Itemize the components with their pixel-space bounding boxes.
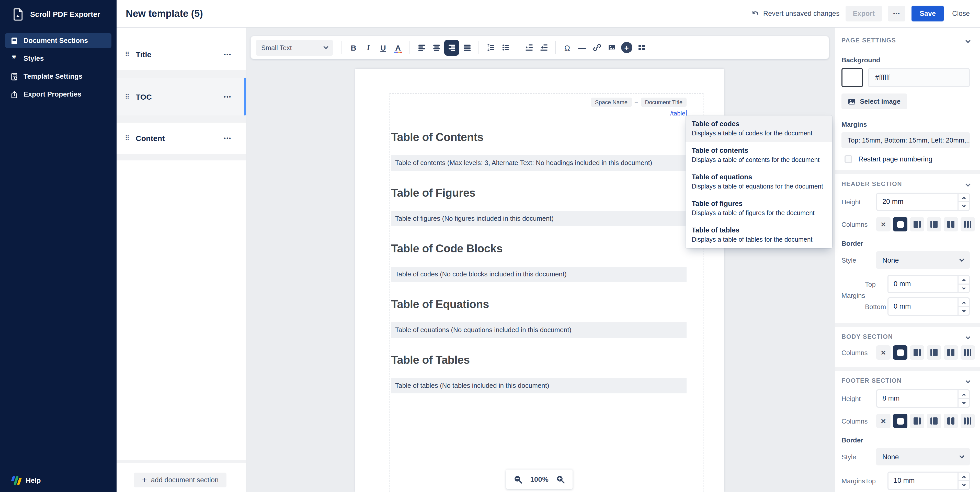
stepper-down-icon[interactable] [959, 284, 969, 292]
stepper-down-icon[interactable] [959, 306, 969, 315]
header-edit-area[interactable]: Space Name – Document Title /table [390, 93, 703, 128]
table-button[interactable] [635, 40, 648, 55]
header-height-stepper[interactable]: 20 mm [876, 193, 970, 211]
columns-two-equal-button[interactable] [944, 414, 958, 428]
columns-none-button[interactable]: ✕ [876, 414, 891, 428]
header-border-style-select[interactable]: None [876, 251, 970, 269]
toc-macro-placeholder[interactable]: Table of contents (Max levels: 3, Altern… [391, 155, 687, 171]
columns-one-button-selected[interactable] [893, 345, 907, 360]
drag-handle-icon[interactable]: ⠿ [125, 51, 130, 58]
ordered-list-button[interactable] [484, 40, 497, 55]
sidebar-item-styles[interactable]: ❞ Styles [5, 51, 111, 66]
columns-narrow-wide-button[interactable] [927, 345, 941, 360]
page-settings-header[interactable]: PAGE SETTINGS [842, 37, 970, 44]
indent-button[interactable] [522, 40, 536, 55]
background-color-swatch[interactable] [842, 68, 863, 87]
section-row-menu-icon[interactable]: ••• [224, 135, 232, 141]
header-margin-top-stepper[interactable]: 0 mm [888, 275, 970, 293]
sidebar-item-export-properties[interactable]: Export Properties [5, 87, 111, 102]
columns-three-button[interactable] [961, 414, 975, 428]
bold-button[interactable]: B [347, 40, 360, 55]
restart-page-numbering-row[interactable]: Restart page numbering [845, 155, 970, 163]
drag-handle-icon[interactable]: ⠿ [125, 134, 130, 142]
columns-none-button[interactable]: ✕ [876, 345, 891, 360]
columns-three-button[interactable] [961, 217, 975, 232]
text-color-button[interactable]: A [391, 40, 405, 55]
sidebar-item-template-settings[interactable]: Template Settings [5, 69, 111, 84]
outdent-button[interactable] [537, 40, 550, 55]
columns-wide-narrow-button[interactable] [910, 345, 924, 360]
margin-top-value[interactable]: 0 mm [888, 276, 958, 292]
justify-button[interactable] [460, 40, 474, 55]
document-title-token[interactable]: Document Title [641, 98, 687, 107]
columns-three-button[interactable] [961, 345, 975, 360]
tables-macro-placeholder[interactable]: Table of tables (No tables included in t… [391, 378, 687, 394]
align-center-button[interactable] [430, 40, 443, 55]
footer-margin-top-stepper[interactable]: 10 mm [888, 471, 970, 490]
more-actions-button[interactable]: ••• [888, 6, 905, 21]
figures-macro-placeholder[interactable]: Table of figures (No figures included in… [391, 211, 687, 226]
section-row-title[interactable]: ⠿ Title ••• [116, 39, 246, 70]
bullet-list-button[interactable] [498, 40, 512, 55]
text-style-select[interactable]: Small Text [256, 40, 333, 56]
stepper-up-icon[interactable] [959, 276, 969, 284]
codes-macro-placeholder[interactable]: Table of codes (No code blocks included … [391, 267, 687, 282]
stepper-up-icon[interactable] [959, 194, 969, 201]
header-margin-bottom-stepper[interactable]: 0 mm [888, 297, 970, 316]
export-button[interactable]: Export [846, 6, 882, 21]
columns-one-button-selected[interactable] [893, 217, 907, 232]
columns-narrow-wide-button[interactable] [927, 414, 941, 428]
zoom-out-icon[interactable] [514, 475, 522, 484]
footer-height-stepper[interactable]: 8 mm [876, 389, 970, 408]
columns-two-equal-button[interactable] [944, 345, 958, 360]
margin-top-value[interactable]: 10 mm [888, 473, 958, 489]
save-button[interactable]: Save [912, 6, 944, 21]
doc-heading[interactable]: Table of Figures [391, 186, 687, 200]
margin-bottom-value[interactable]: 0 mm [888, 298, 958, 315]
height-value[interactable]: 20 mm [877, 194, 958, 210]
special-character-button[interactable]: Ω [560, 40, 574, 55]
sidebar-item-document-sections[interactable]: Document Sections [5, 33, 111, 48]
help-button[interactable]: Help [11, 476, 41, 485]
background-color-input[interactable]: #ffffff [868, 68, 970, 87]
drag-handle-icon[interactable]: ⠿ [125, 93, 130, 100]
menu-item-table-of-tables[interactable]: Table of tables Displays a table of tabl… [686, 222, 832, 248]
columns-narrow-wide-button[interactable] [927, 217, 941, 232]
horizontal-rule-button[interactable]: — [575, 40, 589, 55]
link-button[interactable] [590, 40, 604, 55]
stepper-up-icon[interactable] [959, 473, 969, 480]
columns-two-equal-button[interactable] [944, 217, 958, 232]
doc-heading[interactable]: Table of Contents [391, 130, 687, 144]
doc-heading[interactable]: Table of Code Blocks [391, 242, 687, 256]
menu-item-table-of-contents[interactable]: Table of contents Displays a table of co… [686, 142, 832, 168]
select-image-button[interactable]: Select image [842, 94, 907, 110]
doc-heading[interactable]: Table of Tables [391, 353, 687, 367]
columns-wide-narrow-button[interactable] [910, 414, 924, 428]
insert-plus-button[interactable]: + [620, 40, 633, 55]
stepper-down-icon[interactable] [959, 201, 969, 210]
section-row-content[interactable]: ⠿ Content ••• [116, 122, 246, 154]
height-value[interactable]: 8 mm [877, 390, 958, 407]
section-row-toc-selected[interactable]: ⠿ TOC ••• All pages [116, 78, 246, 116]
stepper-down-icon[interactable] [959, 480, 969, 489]
checkbox-unchecked[interactable] [845, 155, 852, 163]
body-edit-area[interactable]: Table of Contents Table of contents (Max… [390, 128, 703, 492]
section-row-menu-icon[interactable]: ••• [224, 52, 232, 57]
space-name-token[interactable]: Space Name [591, 98, 632, 107]
align-right-button-selected[interactable] [444, 40, 459, 56]
stepper-up-icon[interactable] [959, 390, 969, 398]
header-section-header[interactable]: HEADER SECTION [842, 180, 970, 187]
revert-unsaved-changes-button[interactable]: Revert unsaved changes [751, 10, 840, 17]
equations-macro-placeholder[interactable]: Table of equations (No equations include… [391, 322, 687, 338]
columns-one-button-selected[interactable] [893, 414, 907, 428]
footer-border-style-select[interactable]: None [876, 448, 970, 465]
italic-button[interactable]: I [361, 40, 375, 55]
zoom-in-icon[interactable] [556, 475, 565, 484]
image-button[interactable] [605, 40, 619, 55]
underline-button[interactable]: U [376, 40, 390, 55]
footer-section-header[interactable]: FOOTER SECTION [842, 377, 970, 384]
columns-none-button[interactable]: ✕ [876, 217, 891, 232]
body-section-header[interactable]: BODY SECTION [842, 333, 970, 340]
page-margins-field[interactable]: Top: 15mm, Bottom: 15mm, Left: 20mm,... [842, 132, 970, 148]
doc-heading[interactable]: Table of Equations [391, 297, 687, 312]
